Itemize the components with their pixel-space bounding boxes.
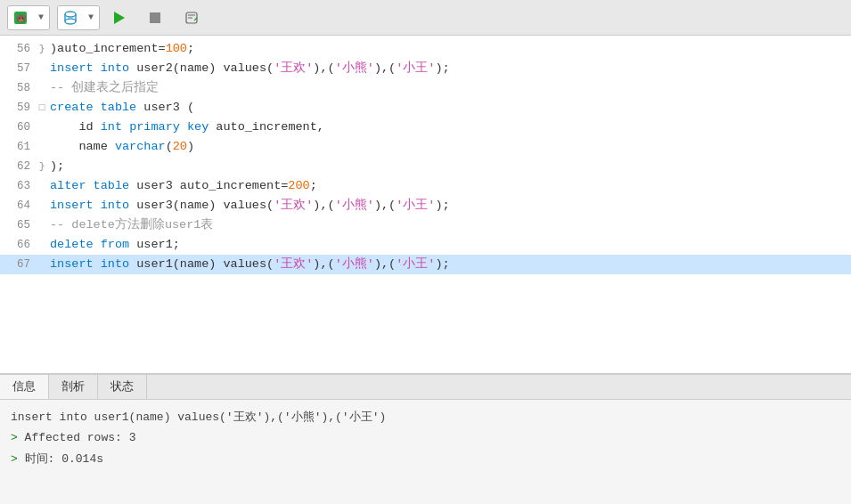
token-plain: ) (187, 140, 194, 153)
db-selector-arrow: ▼ (38, 12, 44, 22)
token-str: '王欢' (274, 257, 313, 271)
bottom-tab-状态[interactable]: 状态 (98, 375, 147, 399)
code-line: 60 id int primary key auto_increment, (0, 118, 851, 137)
line-fold (37, 78, 46, 98)
token-plain: user2(name) values( (129, 61, 274, 75)
code-line: 59□create table user3 ( (0, 98, 851, 118)
token-str: '小熊' (335, 257, 374, 271)
code-line: 58-- 创建表之后指定 (0, 78, 851, 98)
token-plain: user1; (129, 238, 180, 251)
line-fold (37, 176, 46, 196)
token-plain: )auto_increment= (50, 42, 166, 55)
output-text: 时间: 0.014s (25, 452, 103, 466)
line-number: 62 (0, 157, 37, 176)
bottom-content: insert into user1(name) values('王欢'),('小… (0, 400, 851, 476)
line-content: ); (46, 157, 851, 176)
output-text: Affected rows: 3 (25, 431, 136, 444)
token-kw2: varchar (115, 140, 166, 153)
line-content: insert into user1(name) values('王欢'),('小… (46, 255, 851, 274)
line-fold (37, 137, 46, 157)
token-plain: id (50, 120, 101, 134)
code-area: 56})auto_increment=100;57insert into use… (0, 36, 851, 278)
bottom-tabs: 信息剖析状态 (0, 375, 851, 400)
token-str: '小王' (396, 61, 435, 75)
db-selector[interactable]: 🐻 ▼ (7, 5, 50, 30)
token-str: '王欢' (274, 199, 313, 212)
token-plain: ),( (313, 257, 334, 271)
token-plain: ); (435, 257, 449, 271)
line-fold (37, 215, 46, 235)
token-str: '小熊' (335, 61, 374, 75)
line-number: 67 (0, 255, 37, 274)
token-plain: ),( (374, 257, 396, 271)
token-plain: ),( (313, 61, 334, 75)
code-line: 56})auto_increment=100; (0, 39, 851, 59)
run-icon (114, 12, 125, 24)
token-plain: ( (166, 140, 173, 153)
code-line: 67insert into user1(name) values('王欢'),(… (0, 255, 851, 274)
line-fold: } (37, 39, 46, 59)
line-fold (37, 255, 46, 274)
token-plain: ; (310, 179, 317, 192)
token-kw: alter table (50, 179, 129, 192)
line-number: 59 (0, 98, 37, 118)
line-content: -- 创建表之后指定 (46, 78, 851, 98)
schema-selector[interactable]: ▼ (57, 5, 100, 30)
token-plain: ); (435, 199, 449, 212)
line-number: 60 (0, 118, 37, 137)
line-content: insert into user3(name) values('王欢'),('小… (46, 196, 851, 215)
token-kw: insert into (50, 61, 129, 75)
token-num: 200 (288, 179, 309, 192)
line-fold (37, 235, 46, 255)
token-plain: ),( (374, 199, 396, 212)
bottom-tab-剖析[interactable]: 剖析 (49, 375, 98, 399)
token-plain: user1(name) values( (129, 257, 274, 271)
line-content: -- delete方法删除user1表 (46, 215, 851, 235)
run-button[interactable] (107, 5, 135, 30)
bottom-tab-信息[interactable]: 信息 (0, 375, 49, 399)
line-fold (37, 196, 46, 215)
code-editor[interactable]: 56})auto_increment=100;57insert into use… (0, 36, 851, 374)
output-line: insert into user1(name) values('王欢'),('小… (11, 407, 840, 427)
svg-point-5 (65, 19, 76, 24)
stop-button[interactable] (143, 5, 171, 30)
token-num: 20 (173, 140, 187, 153)
token-plain: name (50, 140, 115, 153)
explain-button[interactable] (178, 5, 209, 30)
schema-selector-arrow: ▼ (88, 12, 94, 22)
line-content: create table user3 ( (46, 98, 851, 118)
token-plain: user3 auto_increment= (129, 179, 288, 192)
token-kw: delete from (50, 238, 129, 251)
output-line: > 时间: 0.014s (11, 449, 840, 469)
token-kw: insert into (50, 199, 129, 212)
code-line: 61 name varchar(20) (0, 137, 851, 157)
token-kw2: int (101, 120, 122, 134)
bottom-panel: 信息剖析状态 insert into user1(name) values('王… (0, 374, 851, 504)
token-plain (122, 120, 129, 134)
schema-icon (63, 11, 78, 25)
code-line: 62}); (0, 157, 851, 176)
code-line: 66delete from user1; (0, 235, 851, 255)
bear-icon: 🐻 (13, 11, 28, 25)
output-arrow: > (11, 431, 25, 444)
token-str: '王欢' (274, 61, 313, 75)
code-line: 63alter table user3 auto_increment=200; (0, 176, 851, 196)
line-fold: } (37, 157, 46, 176)
token-plain: user3 ( (136, 101, 194, 114)
line-number: 66 (0, 235, 37, 255)
token-comment: -- 创建表之后指定 (50, 81, 159, 94)
code-line: 65-- delete方法删除user1表 (0, 215, 851, 235)
line-fold (37, 59, 46, 78)
token-str: '小熊' (335, 199, 374, 212)
token-str: '小王' (396, 199, 435, 212)
output-arrow: > (11, 452, 25, 466)
toolbar: 🐻 ▼ ▼ (0, 0, 851, 36)
line-number: 58 (0, 78, 37, 98)
token-num: 100 (166, 42, 187, 55)
token-plain: auto_increment, (209, 120, 324, 134)
token-kw: primary key (129, 120, 209, 134)
line-content: insert into user2(name) values('王欢'),('小… (46, 59, 851, 78)
token-kw: insert into (50, 257, 129, 271)
line-number: 64 (0, 196, 37, 215)
code-line: 57insert into user2(name) values('王欢'),(… (0, 59, 851, 78)
